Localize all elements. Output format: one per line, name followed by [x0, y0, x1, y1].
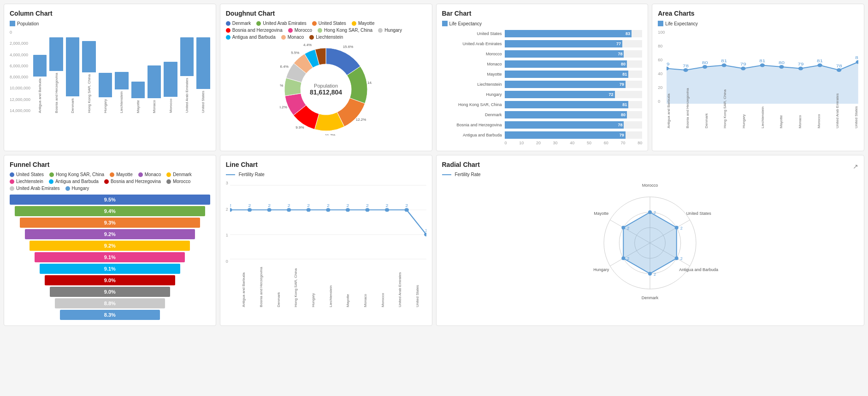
doughnut-chart-title: Doughnut Chart: [226, 10, 426, 17]
line-legend-icon: [226, 174, 235, 175]
svg-text:14.9%: 14.9%: [367, 81, 372, 85]
doughnut-center: Population 81,612,804: [310, 83, 342, 96]
line-chart-svg-wrap: 22222222221: [230, 181, 426, 265]
svg-text:11.7%: 11.7%: [325, 133, 336, 136]
doughnut-legend-item: Hong Kong SAR, China: [318, 28, 372, 33]
bar-row: United States 83: [442, 30, 643, 37]
svg-text:81: 81: [760, 59, 766, 63]
svg-text:1: 1: [425, 228, 426, 232]
svg-text:79: 79: [798, 62, 804, 66]
doughnut-chart-card: Doughnut Chart DenmarkUnited Arab Emirat…: [220, 4, 432, 151]
svg-point-37: [230, 208, 232, 212]
funnel-legend-item: United Arab Emirates: [10, 186, 60, 191]
svg-text:79: 79: [740, 62, 746, 66]
line-chart-card: Line Chart Fertility Rate 3210 222222222…: [220, 155, 432, 326]
svg-text:2: 2: [288, 203, 290, 208]
doughnut-legend-item: Bosnia and Herzegovina: [226, 28, 283, 33]
funnel-chart-title: Funnel Chart: [10, 161, 210, 168]
doughnut-chart-area: 15.6%14.9%12.2%11.7%9.9%8.2%7.0%6.4%5.5%…: [226, 43, 426, 136]
funnel-bar: 9.4%: [15, 206, 205, 216]
svg-text:6.4%: 6.4%: [280, 65, 289, 69]
svg-text:81: 81: [817, 59, 823, 63]
area-legend-label: Life Expectancy: [665, 21, 698, 26]
svg-point-83: [622, 256, 626, 260]
svg-text:80: 80: [702, 60, 708, 65]
svg-text:Hungary: Hungary: [594, 267, 610, 272]
funnel-bar: 9.0%: [50, 287, 170, 297]
radial-legend-icon: [442, 174, 451, 175]
bar-legend-label: Life Expectancy: [449, 21, 482, 26]
svg-text:2: 2: [307, 203, 310, 208]
svg-text:2: 2: [268, 203, 271, 208]
svg-point-81: [648, 272, 652, 276]
column-bar: United States: [196, 37, 210, 113]
svg-text:80: 80: [779, 60, 785, 65]
area-legend-item: Life Expectancy: [658, 21, 698, 26]
area-chart-card: Area Charts Life Expectancy 100806040200…: [652, 4, 864, 151]
svg-text:Antigua and Barbuda: Antigua and Barbuda: [679, 267, 719, 272]
svg-point-51: [365, 208, 369, 212]
bar-row: Bosnia and Herzegovina 78: [442, 121, 643, 129]
column-bar: United Arab Emirates: [180, 37, 194, 113]
funnel-legend-item: Liechtenstein: [10, 179, 43, 184]
area-y-axis: 100806040200: [658, 30, 665, 104]
svg-text:2: 2: [680, 256, 683, 261]
svg-point-85: [622, 226, 626, 230]
line-legend-label: Fertility Rate: [239, 172, 265, 177]
funnel-bar: 8.8%: [55, 298, 165, 308]
radial-expand-icon[interactable]: ↗: [853, 163, 858, 170]
column-bar: Hong Kong SAR, China: [82, 37, 95, 113]
area-chart-title: Area Charts: [658, 10, 858, 17]
radial-legend-item: Fertility Rate: [442, 172, 481, 177]
doughnut-legend-item: United Arab Emirates: [256, 21, 307, 26]
column-bar: Antigua and Barbuda: [33, 37, 47, 113]
doughnut-center-value: 81,612,804: [310, 89, 342, 96]
doughnut-legend-item: Hungary: [378, 28, 402, 33]
svg-text:7.0%: 7.0%: [280, 83, 283, 88]
funnel-legend-item: United States: [10, 172, 44, 177]
svg-text:Denmark: Denmark: [642, 296, 659, 300]
bar-x-axis: 01020304050607080: [442, 141, 643, 145]
line-x-labels: Antigua and BarbudaBosnia and Herzegovin…: [226, 267, 426, 307]
area-legend-icon: [658, 21, 663, 26]
svg-point-25: [798, 67, 803, 71]
doughnut-center-title: Population: [310, 83, 342, 89]
funnel-bar: 9.0%: [45, 275, 175, 285]
column-chart-card: Column Chart Population 14,000,00012,000…: [4, 4, 216, 151]
column-bar: Denmark: [66, 37, 79, 113]
column-bar: Monaco: [148, 37, 161, 113]
radial-chart-area: MoroccoUnited StatesAntigua and BarbudaD…: [442, 181, 859, 301]
funnel-legend-item: Hong Kong SAR, China: [49, 172, 104, 177]
column-chart-title: Column Chart: [10, 10, 210, 17]
radial-header: Radial Chart ↗: [442, 161, 859, 172]
column-legend-icon: [10, 21, 15, 26]
line-legend-item: Fertility Rate: [226, 172, 265, 177]
svg-text:2: 2: [385, 203, 388, 208]
line-chart-legend: Fertility Rate: [226, 172, 426, 177]
svg-text:83: 83: [856, 56, 858, 60]
area-chart-legend: Life Expectancy: [658, 21, 858, 26]
column-bar: Liechtenstein: [115, 37, 128, 113]
svg-text:15.6%: 15.6%: [343, 45, 354, 49]
svg-text:2: 2: [346, 203, 349, 208]
svg-point-23: [779, 65, 784, 69]
svg-point-79: [675, 256, 679, 260]
bar-chart-card: Bar Chart Life Expectancy United States …: [436, 4, 649, 151]
bar-row: Hungary 72: [442, 91, 643, 98]
bar-chart-title: Bar Chart: [442, 10, 643, 17]
doughnut-legend-item: Liechtenstein: [309, 35, 343, 40]
doughnut-legend-item: Denmark: [226, 21, 251, 26]
svg-point-45: [306, 208, 310, 212]
line-chart-title: Line Chart: [226, 161, 426, 168]
funnel-legend-item: Morocco: [166, 179, 190, 184]
doughnut-legend-item: United States: [312, 21, 346, 26]
radial-legend-label: Fertility Rate: [455, 172, 481, 177]
funnel-legend-item: Hungary: [65, 186, 89, 191]
svg-text:79: 79: [667, 62, 670, 66]
svg-point-17: [722, 64, 726, 67]
column-bar: Mayotte: [131, 37, 145, 113]
doughnut-legend-item: Morocco: [288, 28, 312, 33]
svg-text:78: 78: [683, 64, 689, 68]
bar-row: Hong Kong SAR, China 81: [442, 101, 643, 108]
svg-text:12.2%: 12.2%: [356, 118, 366, 122]
